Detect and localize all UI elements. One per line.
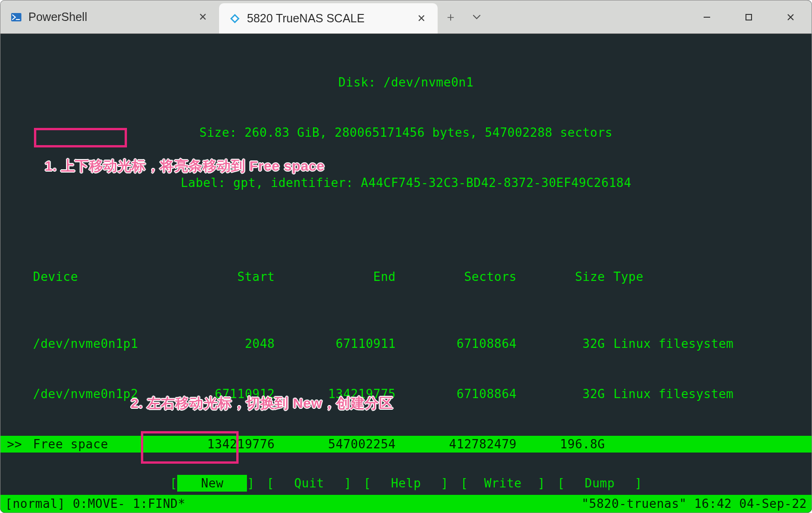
maximize-button[interactable]	[728, 0, 770, 33]
menu-dump[interactable]: [Dump]	[557, 475, 642, 492]
tab-powershell[interactable]: PowerShell ✕	[0, 0, 219, 33]
title-bar: PowerShell ✕ 5820 TrueNAS SCALE ✕ ＋	[0, 0, 812, 34]
table-header-row: Device Start End Sectors Size Type	[0, 268, 812, 285]
titlebar-spacer	[490, 0, 686, 33]
menu-write[interactable]: [Write]	[460, 475, 545, 492]
minimize-button[interactable]	[686, 0, 728, 33]
table-row[interactable]: /dev/nvme0n1p1 2048 67110911 67108864 32…	[0, 335, 812, 352]
terminal-area[interactable]: Disk: /dev/nvme0n1 Size: 260.83 GiB, 280…	[0, 34, 812, 513]
new-tab-button[interactable]: ＋	[438, 0, 464, 33]
truenas-icon	[229, 13, 240, 24]
tab-label: 5820 TrueNAS SCALE	[247, 12, 407, 25]
annotation-label-2: 2. 左右移动光标，切换到 New，创建分区	[131, 395, 393, 412]
col-type: Type	[605, 268, 812, 285]
terminal-window: PowerShell ✕ 5820 TrueNAS SCALE ✕ ＋ Disk…	[0, 0, 812, 513]
col-device: Device	[33, 268, 168, 285]
col-end: End	[275, 268, 396, 285]
powershell-icon	[11, 12, 22, 23]
status-left: [normal] 0:MOVE- 1:FIND*	[5, 495, 581, 513]
menu-new[interactable]: [New]	[170, 475, 254, 492]
tab-truenas[interactable]: 5820 TrueNAS SCALE ✕	[219, 3, 438, 33]
menu-help[interactable]: [Help]	[364, 475, 448, 492]
col-start: Start	[168, 268, 275, 285]
tab-label: PowerShell	[28, 10, 188, 24]
col-sectors: Sectors	[396, 268, 517, 285]
status-bar: [normal] 0:MOVE- 1:FIND* "5820-truenas" …	[0, 495, 812, 513]
annotation-label-1: 1. 上下移动光标，将亮条移动到 Free space	[45, 158, 325, 174]
disk-line-1: Disk: /dev/nvme0n1	[0, 74, 812, 91]
tab-dropdown-button[interactable]	[464, 0, 490, 33]
svg-rect-4	[746, 14, 752, 20]
svg-rect-0	[11, 13, 21, 21]
disk-header: Disk: /dev/nvme0n1 Size: 260.83 GiB, 280…	[0, 34, 812, 225]
status-right: "5820-truenas" 16:42 04-Sep-22	[581, 495, 807, 513]
disk-line-2: Size: 260.83 GiB, 280065171456 bytes, 54…	[0, 124, 812, 141]
table-row[interactable]: /dev/nvme0n1p2 67110912 134219775 671088…	[0, 386, 812, 402]
close-icon[interactable]: ✕	[195, 10, 211, 24]
disk-line-3: Label: gpt, identifier: A44CF745-32C3-BD…	[0, 174, 812, 191]
window-close-button[interactable]	[770, 0, 812, 33]
close-icon[interactable]: ✕	[413, 12, 429, 26]
menu-quit[interactable]: [Quit]	[267, 475, 352, 492]
col-size: Size	[517, 268, 605, 285]
